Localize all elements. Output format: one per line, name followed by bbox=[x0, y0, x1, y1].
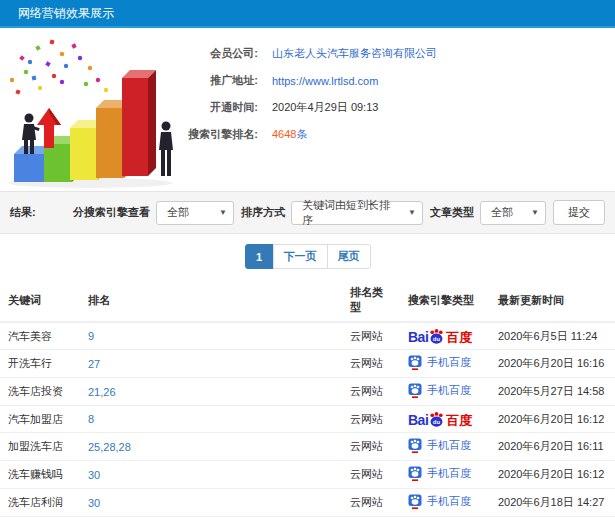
page-header: 网络营销效果展示 bbox=[0, 0, 615, 28]
table-row: 洗车赚钱吗30云网站手机百度2020年6月20日 16:12 bbox=[0, 461, 615, 489]
page-item-current[interactable]: 1 bbox=[245, 244, 274, 269]
updated-time-cell: 2020年6月20日 16:16 bbox=[490, 350, 615, 378]
engine-cell: 手机百度 bbox=[400, 489, 490, 517]
updated-time-cell: 2020年6月5日 11:24 bbox=[490, 322, 615, 350]
info-row: 推广地址:https://www.lrtlsd.com bbox=[180, 67, 609, 94]
table-row: 加盟洗车店25,28,28云网站手机百度2020年6月20日 16:11 bbox=[0, 433, 615, 461]
updated-time-cell: 2020年6月18日 14:30 bbox=[490, 517, 615, 520]
mobile-baidu-label: 手机百度 bbox=[427, 383, 471, 398]
baidu-mobile-logo[interactable]: 手机百度 bbox=[408, 494, 471, 509]
rank-value-link[interactable]: 30 bbox=[88, 469, 100, 481]
rank-cell: 30 bbox=[80, 461, 342, 489]
mobile-baidu-paw-icon bbox=[408, 466, 422, 481]
bar-red bbox=[122, 70, 156, 176]
baidu-mobile-logo[interactable]: 手机百度 bbox=[408, 466, 471, 481]
mobile-baidu-paw-icon bbox=[408, 494, 422, 509]
col-header-keyword: 关键词 bbox=[0, 278, 80, 322]
rank-count-unit: 条 bbox=[296, 128, 307, 140]
info-row-link[interactable]: https://www.lrtlsd.com bbox=[272, 75, 378, 87]
result-label: 结果: bbox=[10, 205, 36, 220]
info-row-link[interactable]: 山东老人头汽车服务咨询有限公司 bbox=[272, 46, 437, 61]
chevron-down-icon: ▼ bbox=[408, 208, 416, 217]
rank-cell: 9 bbox=[80, 322, 342, 350]
rank-value-link[interactable]: 8 bbox=[88, 413, 94, 425]
table-row: 汽车加盟店8云网站Baidu百度2020年6月20日 16:12 bbox=[0, 406, 615, 433]
baidu-logo-latin-text: Bai bbox=[408, 330, 428, 344]
keyword-cell: 加盟洗车店 bbox=[0, 433, 80, 461]
engine-view-label: 分搜索引擎查看 bbox=[73, 205, 150, 220]
keyword-cell: 洗车店投资 bbox=[0, 378, 80, 406]
engine-cell: Baidu百度 bbox=[400, 322, 490, 350]
info-row-label: 开通时间: bbox=[180, 100, 258, 115]
engine-cell: 手机百度 bbox=[400, 433, 490, 461]
article-type-select[interactable]: 全部 ▼ bbox=[480, 201, 546, 225]
page-item[interactable]: 尾页 bbox=[327, 244, 371, 269]
info-row-label: 会员公司: bbox=[180, 46, 258, 61]
baidu-paw-icon: du bbox=[428, 328, 445, 345]
confetti-dots bbox=[10, 40, 108, 95]
baidu-mobile-logo[interactable]: 手机百度 bbox=[408, 355, 471, 370]
rank-type-cell: 云网站 bbox=[342, 322, 400, 350]
keyword-cell: 汽车美容 bbox=[0, 322, 80, 350]
rank-value-link[interactable]: 30 bbox=[88, 497, 100, 509]
rank-type-cell: 云网站 bbox=[342, 378, 400, 406]
3d-bar-chart-image bbox=[2, 32, 180, 190]
table-header-row: 关键词 排名 排名类型 搜索引擎类型 最新更新时间 bbox=[0, 278, 615, 322]
baidu-mobile-logo[interactable]: 手机百度 bbox=[408, 438, 471, 453]
engine-cell: Baidu百度 bbox=[400, 406, 490, 433]
page-item[interactable]: 下一页 bbox=[273, 244, 328, 269]
mobile-baidu-label: 手机百度 bbox=[427, 466, 471, 481]
rank-cell: 27 bbox=[80, 350, 342, 378]
mobile-baidu-label: 手机百度 bbox=[427, 494, 471, 509]
info-row: 搜索引擎排名:4648条 bbox=[180, 121, 609, 148]
table-row: 开洗车行27云网站手机百度2020年6月20日 16:16 bbox=[0, 350, 615, 378]
baidu-mobile-logo[interactable]: 手机百度 bbox=[408, 383, 471, 398]
baidu-logo-cn-text: 百度 bbox=[446, 414, 472, 427]
info-row: 开通时间:2020年4月29日 09:13 bbox=[180, 94, 609, 121]
page-title: 网络营销效果展示 bbox=[18, 5, 114, 22]
member-info-list: 会员公司:山东老人头汽车服务咨询有限公司推广地址:https://www.lrt… bbox=[180, 32, 609, 191]
rank-count-number: 4648 bbox=[272, 128, 296, 140]
table-body: 汽车美容9云网站Baidu百度2020年6月5日 11:24开洗车行27云网站手… bbox=[0, 322, 615, 520]
col-header-engine-type: 搜索引擎类型 bbox=[400, 278, 490, 322]
rank-type-cell: 云网站 bbox=[342, 489, 400, 517]
baidu-pc-logo[interactable]: Baidu百度 bbox=[408, 328, 472, 344]
keyword-cell: 开洗车行 bbox=[0, 350, 80, 378]
rank-cell: 8 bbox=[80, 406, 342, 433]
svg-text:du: du bbox=[433, 336, 441, 342]
engine-rank-count: 4648条 bbox=[272, 127, 307, 142]
engine-cell: 手机百度 bbox=[400, 378, 490, 406]
rank-value-link[interactable]: 21,26 bbox=[88, 386, 116, 398]
info-row-label: 推广地址: bbox=[180, 73, 258, 88]
col-header-rank: 排名 bbox=[80, 278, 342, 322]
info-row: 会员公司:山东老人头汽车服务咨询有限公司 bbox=[180, 40, 609, 67]
baidu-pc-logo[interactable]: Baidu百度 bbox=[408, 411, 472, 427]
mobile-baidu-paw-icon bbox=[408, 383, 422, 398]
rank-value-link[interactable]: 25,28,28 bbox=[88, 441, 131, 453]
top-section: 会员公司:山东老人头汽车服务咨询有限公司推广地址:https://www.lrt… bbox=[0, 28, 615, 191]
col-header-updated: 最新更新时间 bbox=[490, 278, 615, 322]
mobile-baidu-paw-icon bbox=[408, 355, 422, 370]
sort-selected-value: 关键词由短到长排序 bbox=[302, 198, 400, 228]
article-type-selected-value: 全部 bbox=[491, 205, 513, 220]
updated-time-cell: 2020年6月20日 16:12 bbox=[490, 461, 615, 489]
mobile-baidu-label: 手机百度 bbox=[427, 355, 471, 370]
engine-view-select[interactable]: 全部 ▼ bbox=[156, 201, 234, 225]
col-header-rank-type: 排名类型 bbox=[342, 278, 400, 322]
rank-type-cell: 云网站 bbox=[342, 517, 400, 520]
rank-value-link[interactable]: 9 bbox=[88, 330, 94, 342]
rank-type-cell: 云网站 bbox=[342, 433, 400, 461]
sort-select[interactable]: 关键词由短到长排序 ▼ bbox=[291, 201, 423, 225]
rank-type-cell: 云网站 bbox=[342, 461, 400, 489]
rank-type-cell: 云网站 bbox=[342, 350, 400, 378]
filter-controls: 分搜索引擎查看 全部 ▼ 排序方式 关键词由短到长排序 ▼ 文章类型 全部 ▼ … bbox=[73, 200, 605, 225]
submit-button[interactable]: 提交 bbox=[553, 200, 605, 225]
rank-type-cell: 云网站 bbox=[342, 406, 400, 433]
baidu-logo-latin-text: Bai bbox=[408, 413, 428, 427]
rank-cell: 21,26 bbox=[80, 378, 342, 406]
rank-cell: 3 bbox=[80, 517, 342, 520]
rank-value-link[interactable]: 27 bbox=[88, 358, 100, 370]
engine-view-filter: 分搜索引擎查看 全部 ▼ bbox=[73, 201, 234, 225]
article-type-filter: 文章类型 全部 ▼ bbox=[430, 201, 546, 225]
table-row: 洗车店投资21,26云网站手机百度2020年5月27日 14:58 bbox=[0, 378, 615, 406]
